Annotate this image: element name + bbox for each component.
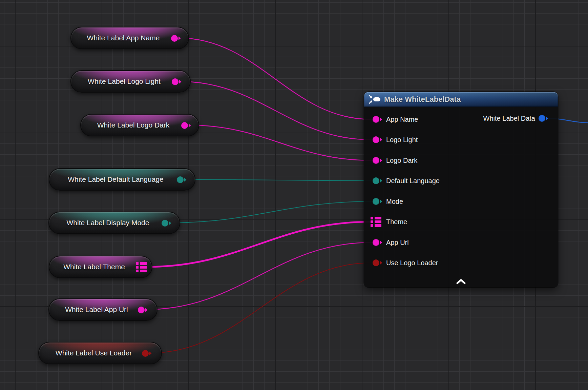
wire-white-label-display-mode[interactable] bbox=[169, 201, 371, 223]
output-pin-row: White Label Data bbox=[364, 111, 558, 125]
output-pin-label: White Label Data bbox=[483, 115, 535, 122]
wire-white-label-default-language[interactable] bbox=[184, 179, 371, 181]
white-label-data-output-pin[interactable] bbox=[538, 115, 549, 122]
wire-white-label-app-url[interactable] bbox=[145, 242, 371, 310]
wire-white-label-theme[interactable] bbox=[147, 222, 370, 267]
input-pin-label: Default Language bbox=[386, 177, 440, 185]
input-pin-row-mode: Mode bbox=[364, 194, 558, 209]
wire-white-label-logo-light[interactable] bbox=[179, 81, 371, 140]
var-node-label: White Label Default Language bbox=[49, 169, 195, 190]
struct-grid-pin-icon[interactable] bbox=[136, 262, 147, 272]
output-pin-icon[interactable] bbox=[181, 122, 192, 129]
input-pin-icon[interactable] bbox=[372, 157, 383, 164]
var-node-white-label-default-language[interactable]: White Label Default Language bbox=[49, 168, 195, 191]
input-pin-label: Mode bbox=[386, 198, 403, 206]
input-pin-icon[interactable] bbox=[372, 239, 383, 246]
input-pin-row-logo-dark: Logo Dark bbox=[364, 153, 558, 168]
wire-white-label-use-loader[interactable] bbox=[149, 263, 371, 353]
collapse-node-button[interactable] bbox=[453, 278, 469, 285]
var-node-white-label-theme[interactable]: White Label Theme bbox=[49, 256, 152, 278]
struct-grid-pin-icon[interactable] bbox=[371, 217, 381, 227]
chevron-up-icon bbox=[455, 280, 467, 286]
make-whitelabeldata-node[interactable]: Make WhiteLabelData App NameLogo LightLo… bbox=[364, 92, 558, 287]
input-pin-label: App Url bbox=[386, 239, 409, 247]
output-pin-icon[interactable] bbox=[161, 219, 172, 227]
var-node-white-label-display-mode[interactable]: White Label Display Mode bbox=[48, 212, 180, 234]
var-node-white-label-app-url[interactable]: White Label App Url bbox=[48, 298, 158, 321]
input-pin-row-logo-light: Logo Light bbox=[364, 133, 558, 147]
var-node-label: White Label Display Mode bbox=[49, 212, 180, 233]
input-pin-icon[interactable] bbox=[372, 259, 383, 267]
output-pin-icon[interactable] bbox=[176, 176, 187, 183]
wire-white-label-app-name[interactable] bbox=[178, 38, 371, 119]
var-node-white-label-logo-dark[interactable]: White Label Logo Dark bbox=[80, 114, 199, 136]
input-pin-row-theme: Theme bbox=[364, 215, 558, 229]
input-pin-label: Use Logo Loader bbox=[386, 259, 438, 267]
output-pin-icon[interactable] bbox=[171, 78, 182, 85]
blueprint-graph-canvas[interactable]: White Label App NameWhite Label Logo Lig… bbox=[0, 0, 588, 390]
output-pin-icon[interactable] bbox=[171, 35, 182, 42]
input-pin-row-default-language: Default Language bbox=[364, 174, 558, 188]
input-pin-row-app-url: App Url bbox=[364, 235, 558, 250]
input-pin-label: Theme bbox=[386, 218, 407, 226]
input-pin-label: Logo Light bbox=[386, 136, 418, 144]
output-pin-icon[interactable] bbox=[142, 350, 152, 357]
input-pin-icon[interactable] bbox=[372, 177, 383, 184]
output-pin-icon[interactable] bbox=[138, 306, 148, 314]
make-struct-icon bbox=[369, 95, 380, 104]
input-pin-icon[interactable] bbox=[372, 198, 383, 205]
var-node-white-label-app-name[interactable]: White Label App Name bbox=[70, 27, 189, 49]
node-title: Make WhiteLabelData bbox=[384, 95, 461, 104]
input-pin-icon[interactable] bbox=[372, 136, 383, 143]
var-node-white-label-use-loader[interactable]: White Label Use Loader bbox=[38, 342, 162, 364]
input-pin-row-use-logo-loader: Use Logo Loader bbox=[364, 256, 558, 270]
wire-white-label-logo-dark[interactable] bbox=[189, 125, 371, 160]
node-header[interactable]: Make WhiteLabelData bbox=[364, 92, 558, 107]
input-pin-label: Logo Dark bbox=[386, 157, 417, 164]
var-node-white-label-logo-light[interactable]: White Label Logo Light bbox=[70, 70, 191, 93]
